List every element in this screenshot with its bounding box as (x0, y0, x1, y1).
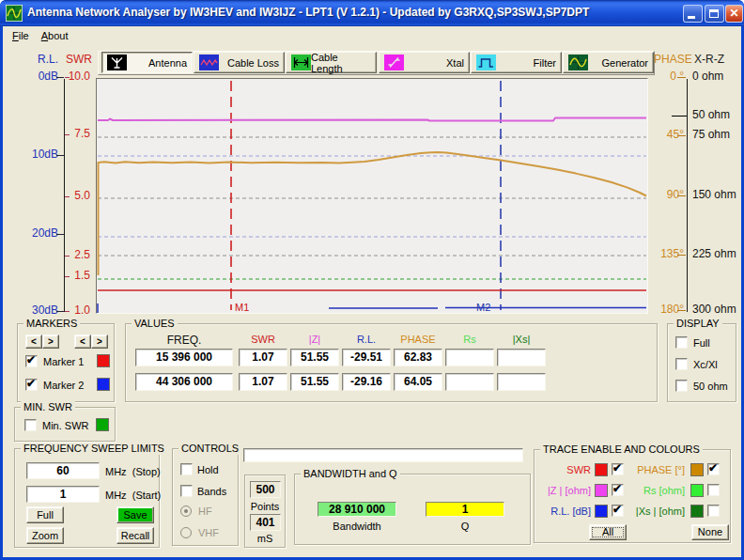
axis-tick-label: 30dB (23, 304, 58, 317)
trace-rl-checkbox[interactable]: ✔ (612, 505, 624, 517)
marker1-next-button[interactable]: > (42, 334, 59, 349)
stop-freq-label: MHz (Stop) (105, 465, 161, 478)
axis-tick-label: 10dB (23, 148, 58, 161)
axis-tick-mark (677, 310, 686, 311)
radio-dot-icon (184, 509, 188, 513)
marker2-checkbox[interactable]: ✔ (25, 379, 38, 391)
all-traces-button[interactable]: All (589, 524, 627, 540)
m2-z-value: 51.55 (290, 373, 339, 391)
tab-filter-label: Filter (534, 57, 556, 69)
display-group: DISPLAY ✔ Full ✔ Xc/Xl ✔ 50 ohm (667, 323, 736, 402)
min-swr-checkbox[interactable]: ✔ (24, 419, 37, 431)
tab-cable-length[interactable]: Cable Length (286, 52, 377, 73)
m2-swr-value: 1.07 (239, 373, 287, 391)
trace-enable-group: TRACE ENABLE AND COLOURS SWR ✔ PHASE [°]… (534, 449, 731, 543)
tab-antenna-label: Antenna (148, 57, 187, 69)
recall-button[interactable]: Recall (116, 527, 154, 544)
tab-cable-loss[interactable]: Cable Loss (194, 52, 285, 73)
trace-z-checkbox[interactable]: ✔ (612, 484, 624, 496)
marker1-checkbox[interactable]: ✔ (25, 355, 38, 367)
start-freq-input[interactable] (26, 486, 100, 503)
markers-group: MARKERS < > < > ✔ Marker 1 ✔ Marker 2 (17, 323, 115, 402)
marker1-prev-button[interactable]: < (25, 334, 42, 349)
m1-freq-value: 15 396 000 (135, 349, 233, 366)
message-input[interactable] (243, 448, 523, 462)
axis-tick-mark (677, 195, 686, 196)
trace-xs-label: |Xs | [ohm] (625, 505, 685, 518)
title-bar[interactable]: Antenna Network Analyser by IW3HEV and I… (0, 0, 744, 26)
display-50ohm-checkbox[interactable]: ✔ (675, 380, 688, 392)
display-50ohm-label: 50 ohm (693, 380, 728, 393)
trace-rs-checkbox[interactable]: ✔ (707, 484, 720, 496)
col-header-rl: R.L. (338, 334, 395, 345)
hold-checkbox[interactable]: ✔ (180, 463, 193, 475)
trace-phase-checkbox[interactable]: ✔ (707, 463, 720, 475)
axis-tick-mark (677, 255, 686, 256)
col-header-xs: |Xs| (493, 334, 550, 345)
tab-xtal[interactable]: Xtal (379, 52, 470, 73)
q-label: Q (426, 520, 504, 533)
antenna-icon (107, 54, 127, 70)
check-icon: ✔ (26, 353, 36, 366)
trace-rl-label: R.L. [dB] (536, 505, 591, 518)
display-group-title: DISPLAY (674, 318, 722, 330)
sweep-chart[interactable]: M1M2 (96, 78, 648, 314)
tab-generator[interactable]: Generator (563, 52, 654, 73)
trace-rs-swatch (690, 484, 704, 497)
trace-swr-checkbox[interactable]: ✔ (612, 463, 624, 475)
trace-xs-checkbox[interactable]: ✔ (707, 505, 720, 517)
save-button[interactable]: Save (116, 506, 154, 523)
marker2-prev-button[interactable]: < (74, 334, 91, 349)
tab-antenna[interactable]: Antenna (101, 52, 193, 73)
axis-tick-mark (65, 196, 70, 197)
markers-group-title: MARKERS (23, 318, 80, 330)
m2-xs-value (497, 373, 546, 391)
min-swr-color-swatch (96, 418, 109, 431)
m2-rs-value (445, 373, 494, 391)
cable-length-icon (291, 54, 311, 70)
m1-z-value: 51.55 (290, 349, 339, 366)
axis-tick-mark (65, 77, 70, 78)
display-full-label: Full (693, 336, 710, 350)
marker1-color-swatch (97, 354, 110, 367)
m1-rs-value (445, 349, 494, 366)
no-traces-button[interactable]: None (691, 524, 729, 540)
display-xcxl-checkbox[interactable]: ✔ (675, 358, 688, 370)
start-freq-label: MHz (Start) (105, 489, 161, 502)
axis-tick-label: 2.5 (68, 249, 90, 261)
full-sweep-button[interactable]: Full (26, 506, 64, 523)
bandwidth-group: BANDWIDTH and Q 28 910 000 Bandwidth 1 Q (294, 474, 531, 545)
hf-radio[interactable] (180, 506, 192, 517)
axis-tick-mark (677, 77, 686, 78)
axis-tick-label: 75 ohm (692, 129, 741, 141)
tab-cable-loss-label: Cable Loss (227, 57, 279, 69)
stop-freq-input[interactable] (26, 462, 100, 479)
trace-swr-label: SWR (536, 463, 591, 476)
axis-tick-label: 150 ohm (692, 189, 741, 201)
axis-tick-mark (65, 311, 70, 312)
ms-value: 401 (250, 514, 281, 531)
check-icon: ✔ (612, 461, 622, 474)
tab-filter[interactable]: Filter (471, 52, 562, 73)
axis-tick-mark (56, 234, 64, 235)
points-value: 500 (250, 481, 281, 498)
bands-checkbox[interactable]: ✔ (180, 485, 193, 497)
check-icon: ✔ (26, 377, 36, 390)
values-group-title: VALUES (132, 318, 178, 330)
axis-tick-label: 50 ohm (692, 109, 741, 121)
check-icon: ✔ (708, 461, 718, 474)
axis-tick-label: 5.0 (68, 190, 90, 202)
bandwidth-value: 28 910 000 (318, 502, 396, 517)
check-icon: ✔ (612, 482, 622, 495)
zoom-button[interactable]: Zoom (26, 527, 64, 544)
vhf-radio[interactable] (180, 527, 192, 538)
tab-generator-label: Generator (601, 57, 648, 69)
q-value: 1 (426, 502, 504, 517)
axis-tick-label: 1.5 (68, 270, 90, 282)
axis-tick-label: 300 ohm (692, 303, 741, 316)
marker2-next-button[interactable]: > (91, 334, 108, 349)
trace-rl (98, 303, 646, 313)
bandwidth-group-title: BANDWIDTH and Q (301, 468, 400, 480)
m2-freq-value: 44 306 000 (135, 373, 233, 391)
display-full-checkbox[interactable]: ✔ (675, 336, 688, 349)
